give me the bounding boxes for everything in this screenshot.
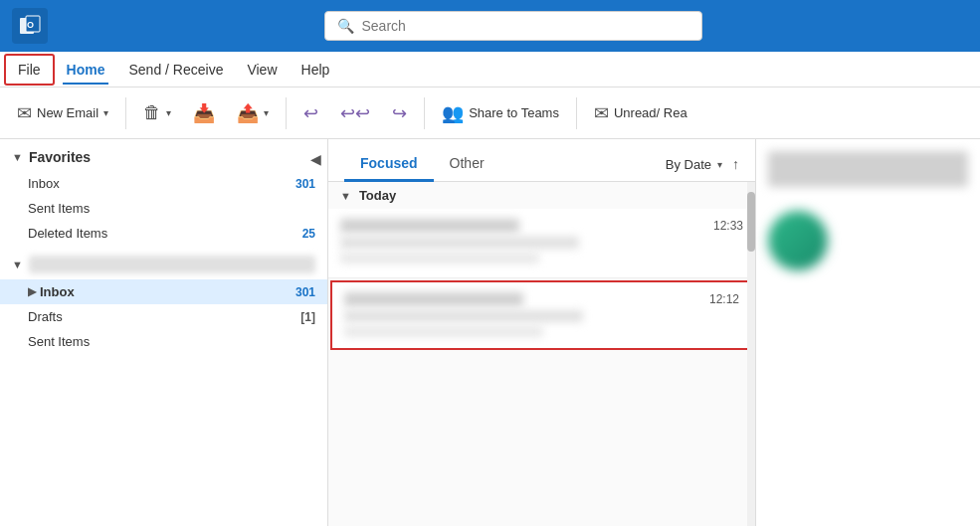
- new-email-button[interactable]: ✉ New Email ▾: [8, 97, 117, 129]
- email-subject-1-blurred: [340, 237, 579, 249]
- sidebar-item-deleted-items[interactable]: Deleted Items 25: [0, 221, 327, 246]
- reply-icon: ↩: [303, 102, 318, 124]
- email-body-1-blurred: [340, 253, 539, 263]
- archive-icon: 📥: [193, 102, 215, 124]
- sidebar-item-drafts[interactable]: Drafts [1]: [0, 304, 327, 329]
- teams-icon: 👥: [442, 102, 464, 124]
- favorites-header[interactable]: ▼ Favorites: [0, 139, 327, 171]
- reply-all-icon: ↩↩: [340, 102, 370, 124]
- search-bar[interactable]: 🔍: [324, 11, 702, 41]
- toolbar: ✉ New Email ▾ 🗑 ▾ 📥 📤 ▾ ↩ ↩↩ ↪ 👥 Share t…: [0, 88, 980, 139]
- sort-dropdown-icon[interactable]: ▾: [717, 159, 722, 170]
- svg-text:O: O: [27, 20, 34, 30]
- email-time-2: 12:12: [709, 292, 739, 306]
- forward-icon: ↪: [392, 102, 407, 124]
- sort-direction-icon[interactable]: ↑: [732, 156, 739, 172]
- favorites-chevron-icon: ▼: [12, 151, 23, 163]
- menu-item-help[interactable]: Help: [290, 56, 342, 84]
- email-group-today: ▼ Today: [328, 182, 755, 209]
- email-body-2-blurred: [344, 326, 543, 337]
- account-section-blurred: [29, 256, 315, 273]
- search-input[interactable]: [362, 18, 689, 34]
- reply-all-button[interactable]: ↩↩: [331, 97, 379, 129]
- scrollbar-track: [747, 182, 755, 526]
- email-item-1[interactable]: 12:33: [328, 209, 755, 278]
- email-list-scroll[interactable]: ▼ Today 12:33 12:12: [328, 182, 755, 526]
- sidebar-item-inbox-sub[interactable]: ▶ Inbox 301: [0, 279, 327, 304]
- menu-item-view[interactable]: View: [235, 56, 289, 84]
- unread-icon: ✉: [594, 102, 609, 124]
- email-tabs: Focused Other By Date ▾ ↑: [328, 139, 755, 182]
- move-icon: 📤: [237, 102, 259, 124]
- today-group-chevron-icon: ▼: [340, 190, 351, 202]
- sidebar: ◀ ▼ Favorites Inbox 301 Sent Items Delet…: [0, 139, 328, 526]
- new-email-dropdown-icon[interactable]: ▾: [103, 107, 108, 118]
- tab-other[interactable]: Other: [434, 147, 500, 182]
- delete-button[interactable]: 🗑 ▾: [134, 97, 180, 128]
- delete-dropdown-icon[interactable]: ▾: [166, 107, 171, 118]
- menu-item-send-receive[interactable]: Send / Receive: [116, 56, 235, 84]
- sender-avatar: [768, 211, 828, 270]
- search-icon: 🔍: [337, 18, 354, 34]
- preview-header-blurred: [768, 151, 968, 187]
- toolbar-divider-4: [576, 97, 577, 129]
- share-to-teams-button[interactable]: 👥 Share to Teams: [433, 97, 568, 129]
- email-list: Focused Other By Date ▾ ↑ ▼ Today 12:33: [328, 139, 756, 526]
- email-subject-2-blurred: [344, 310, 583, 322]
- main-layout: ◀ ▼ Favorites Inbox 301 Sent Items Delet…: [0, 139, 980, 526]
- menu-bar: File Home Send / Receive View Help: [0, 52, 980, 88]
- toolbar-divider-1: [125, 97, 126, 129]
- move-button[interactable]: 📤 ▾: [228, 97, 278, 129]
- menu-item-file[interactable]: File: [4, 54, 55, 86]
- sidebar-item-inbox[interactable]: Inbox 301: [0, 171, 327, 196]
- toolbar-divider-2: [286, 97, 287, 129]
- archive-button[interactable]: 📥: [184, 97, 224, 129]
- email-time-1: 12:33: [713, 219, 743, 233]
- reply-button[interactable]: ↩: [294, 97, 327, 129]
- outlook-logo-icon: O: [12, 8, 48, 44]
- unread-read-button[interactable]: ✉ Unread/ Rea: [585, 97, 696, 129]
- sidebar-item-sent-items-sub[interactable]: Sent Items: [0, 329, 327, 354]
- email-sender-2-blurred: [344, 292, 523, 306]
- forward-button[interactable]: ↪: [383, 97, 416, 129]
- toolbar-divider-3: [424, 97, 425, 129]
- scrollbar-thumb[interactable]: [747, 192, 755, 252]
- sort-control[interactable]: By Date ▾ ↑: [666, 156, 739, 172]
- email-sender-1-blurred: [340, 219, 519, 233]
- delete-icon: 🗑: [143, 102, 161, 123]
- preview-pane: [756, 139, 980, 526]
- sidebar-collapse-button[interactable]: ◀: [303, 147, 327, 171]
- title-bar: O 🔍: [0, 0, 980, 52]
- email-item-2[interactable]: 12:12: [330, 280, 753, 350]
- tab-focused[interactable]: Focused: [344, 147, 434, 182]
- menu-item-home[interactable]: Home: [55, 56, 117, 84]
- new-email-icon: ✉: [17, 102, 32, 124]
- sidebar-item-sent-items[interactable]: Sent Items: [0, 196, 327, 221]
- move-dropdown-icon[interactable]: ▾: [264, 107, 269, 118]
